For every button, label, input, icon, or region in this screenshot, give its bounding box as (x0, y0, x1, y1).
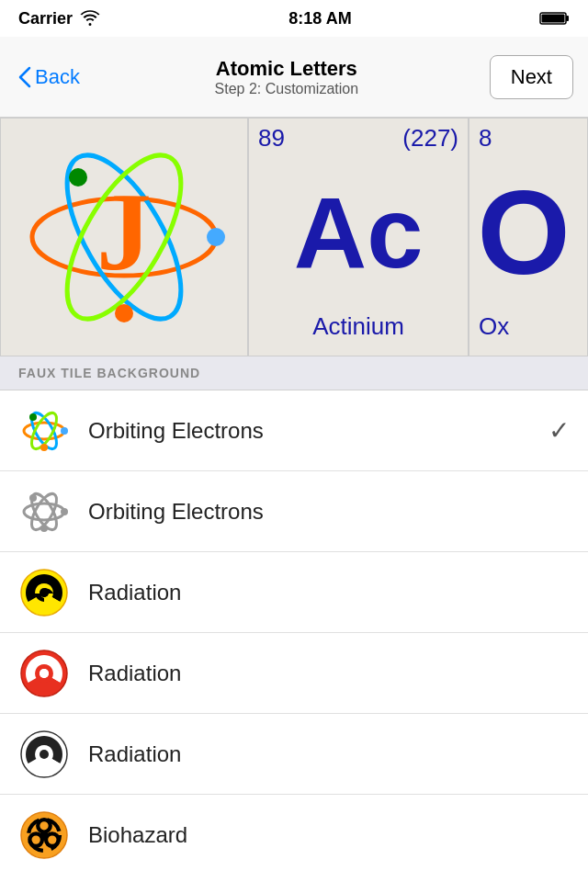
nav-title: Atomic Letters Step 2: Customization (84, 57, 490, 97)
list-item[interactable]: Biohazard (0, 795, 588, 876)
battery-icon (540, 11, 570, 26)
svg-point-15 (40, 444, 48, 451)
list-item[interactable]: Radiation (0, 633, 588, 714)
atom-letter-icon: J (18, 131, 230, 343)
list-item-label: Radiation (88, 661, 570, 686)
next-button[interactable]: Next (490, 55, 573, 99)
svg-point-13 (61, 427, 68, 435)
status-right (540, 11, 570, 26)
carrier-label: Carrier (18, 9, 73, 28)
list-item-label: Orbiting Electrons (88, 418, 548, 444)
list-item-label: Orbiting Electrons (88, 499, 570, 525)
svg-rect-1 (566, 16, 569, 21)
list-item-label: Radiation (88, 580, 570, 605)
svg-point-14 (29, 413, 37, 421)
atom-gray-icon (18, 486, 70, 537)
element-mass: (227) (402, 124, 458, 153)
back-label: Back (35, 65, 80, 89)
element-symbol-partial: O (477, 173, 570, 292)
svg-text:J: J (96, 171, 152, 293)
back-button[interactable]: Back (15, 58, 84, 96)
element-number-partial: 8 (479, 124, 492, 153)
chevron-left-icon (18, 66, 31, 88)
element-name-partial: Ox (479, 312, 509, 340)
svg-point-6 (207, 228, 225, 246)
svg-point-19 (61, 508, 68, 515)
list-item-label: Biohazard (88, 822, 570, 848)
list-item[interactable]: Radiation (0, 714, 588, 795)
list-item[interactable]: Orbiting Electrons (0, 471, 588, 552)
status-time: 8:18 AM (288, 9, 351, 28)
atom-color-icon (18, 405, 70, 457)
biohazard-orange-icon (18, 809, 70, 861)
element-symbol: Ac (294, 182, 424, 283)
element-tile-o: 8 O Ox (469, 118, 588, 356)
checkmark-icon: ✓ (548, 415, 570, 446)
svg-point-21 (40, 525, 48, 532)
svg-point-7 (69, 168, 87, 187)
list-item[interactable]: Radiation (0, 552, 588, 633)
options-list: Orbiting Electrons ✓ Orbiting Electrons (0, 390, 588, 876)
element-number: 89 (258, 124, 285, 153)
svg-point-20 (29, 494, 37, 502)
nav-title-sub: Step 2: Customization (84, 81, 490, 97)
element-tile-ac: 89 (227) Ac Actinium (248, 118, 469, 356)
wifi-icon (80, 11, 100, 26)
svg-rect-2 (542, 15, 565, 23)
main-tile: J (0, 118, 248, 356)
list-item[interactable]: Orbiting Electrons ✓ (0, 390, 588, 471)
svg-point-8 (115, 304, 133, 322)
svg-point-27 (40, 669, 49, 678)
svg-point-36 (40, 831, 49, 840)
svg-point-10 (24, 423, 64, 439)
radiation-red-icon (18, 648, 70, 699)
svg-point-16 (24, 503, 64, 520)
radiation-black-icon (18, 729, 70, 780)
svg-point-24 (40, 588, 49, 597)
section-header: FAUX TILE BACKGROUND (0, 356, 588, 390)
radiation-yellow-icon (18, 567, 70, 618)
list-item-label: Radiation (88, 741, 570, 767)
nav-bar: Back Atomic Letters Step 2: Customizatio… (0, 37, 588, 118)
status-left: Carrier (18, 9, 100, 28)
status-bar: Carrier 8:18 AM (0, 0, 588, 37)
svg-point-29 (40, 750, 49, 759)
nav-title-main: Atomic Letters (84, 57, 490, 81)
preview-area: J 89 (227) Ac Actinium 8 O Ox (0, 118, 588, 356)
element-name: Actinium (312, 312, 404, 340)
